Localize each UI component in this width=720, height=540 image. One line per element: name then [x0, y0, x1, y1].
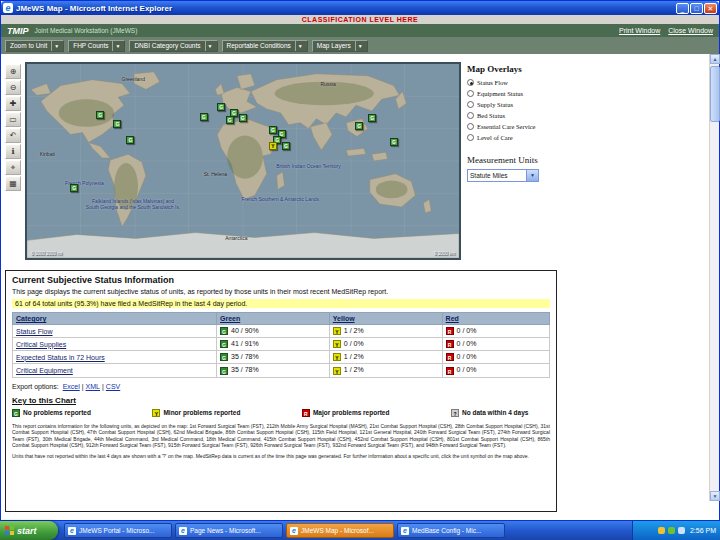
toolbar-dropdown-button[interactable]: Zoom to Unit ▼ [5, 40, 64, 52]
unit-status-marker[interactable]: G [368, 114, 376, 122]
scroll-thumb[interactable] [710, 66, 720, 122]
overlay-option[interactable]: Level of Care [467, 134, 551, 141]
full-extent-button[interactable]: ▭ [5, 112, 21, 127]
export-csv-link[interactable]: CSV [106, 383, 120, 390]
radio-icon[interactable] [467, 79, 474, 86]
red-header[interactable]: Red [442, 313, 549, 325]
unit-status-marker[interactable]: G [126, 136, 134, 144]
map-scale-left: 0 1000 2000 mi [31, 251, 62, 256]
green-cell: G40 / 90% [217, 325, 330, 338]
task-button[interactable]: e JMeWS Portal - Microso... [64, 523, 172, 538]
map-label: Greenland [122, 76, 145, 82]
world-map[interactable]: Greenland Russia Kiribati French Polynes… [27, 64, 459, 258]
green-header[interactable]: Green [217, 313, 330, 325]
map-overlays-title: Map Overlays [467, 64, 551, 74]
measure-button[interactable]: ⌖ [5, 160, 21, 175]
task-button[interactable]: e MedBase Config - Mic... [397, 523, 505, 538]
start-button[interactable]: start [0, 521, 58, 540]
toolbar-dropdown-button[interactable]: Map Layers ▼ [312, 40, 368, 52]
legend-chip-icon: G [12, 409, 20, 417]
zoom-out-button[interactable]: ⊖ [5, 80, 21, 95]
print-window-link[interactable]: Print Window [619, 27, 660, 34]
green-value: 40 / 90% [231, 327, 259, 334]
yellow-value: 1 / 2% [344, 366, 364, 373]
pan-button[interactable]: ✚ [5, 96, 21, 111]
radio-icon[interactable] [467, 112, 474, 119]
radio-icon[interactable] [467, 101, 474, 108]
ie-icon: e [179, 527, 187, 535]
security-shield-icon[interactable] [658, 527, 665, 534]
measurement-units-title: Measurement Units [467, 155, 551, 165]
export-excel-link[interactable]: Excel [63, 383, 80, 390]
volume-icon[interactable] [678, 527, 685, 534]
map-toolbar: Zoom to Unit ▼ FHP Counts ▼ DNBI Categor… [1, 37, 719, 54]
close-window-link[interactable]: Close Window [668, 27, 713, 34]
overlay-option[interactable]: Supply Status [467, 101, 551, 108]
footnote-note: Units that have not reported within the … [12, 453, 550, 460]
export-xml-link[interactable]: XML [86, 383, 100, 390]
toolbar-dropdown-button[interactable]: FHP Counts ▼ [68, 40, 125, 52]
radio-icon[interactable] [467, 123, 474, 130]
unit-status-marker[interactable]: G [226, 116, 234, 124]
unit-status-marker[interactable]: G [200, 113, 208, 121]
task-button[interactable]: e JMeWS Map - Microsof... [286, 523, 394, 538]
taskbar: start e JMeWS Portal - Microso... e Page… [0, 521, 720, 540]
overlay-option-label: Essential Care Service [477, 123, 535, 130]
unit-status-marker[interactable]: G [390, 138, 398, 146]
toolbar-dropdown-button[interactable]: DNBI Category Counts ▼ [129, 40, 217, 52]
overlay-option[interactable]: Essential Care Service [467, 123, 551, 130]
back-extent-button[interactable]: ↶ [5, 128, 21, 143]
unit-status-marker[interactable]: G [239, 114, 247, 122]
unit-status-marker[interactable]: G [282, 142, 290, 150]
green-value: 41 / 91% [231, 340, 259, 347]
yellow-header[interactable]: Yellow [329, 313, 442, 325]
unit-status-marker[interactable]: G [217, 103, 225, 111]
yellow-chip-icon: Y [333, 340, 341, 348]
scroll-up-button[interactable]: ▲ [710, 54, 720, 64]
category-link[interactable]: Status Flow [16, 328, 53, 335]
unit-status-marker[interactable]: G [70, 184, 78, 192]
red-cell: R0 / 0% [442, 325, 549, 338]
task-button-label: JMeWS Map - Microsof... [301, 527, 374, 534]
category-link[interactable]: Expected Status in 72 Hours [16, 354, 105, 361]
vertical-scrollbar[interactable]: ▲ ▼ [709, 54, 719, 501]
red-chip-icon: R [446, 327, 454, 335]
unit-status-marker[interactable]: G [269, 126, 277, 134]
measurement-units-select[interactable]: Statute Miles ▼ [467, 169, 539, 182]
clock: 2:56 PM [690, 527, 716, 534]
task-button[interactable]: e Page News - Microsoft... [175, 523, 283, 538]
minimize-button[interactable]: _ [676, 3, 689, 14]
unit-status-marker[interactable]: Y [269, 142, 277, 150]
category-header[interactable]: Category [13, 313, 217, 325]
overlay-option[interactable]: Status Flow [467, 79, 551, 86]
unit-status-marker[interactable]: G [96, 111, 104, 119]
red-cell: R0 / 0% [442, 351, 549, 364]
scroll-down-button[interactable]: ▼ [710, 491, 720, 501]
radio-icon[interactable] [467, 90, 474, 97]
overlay-option[interactable]: Bed Status [467, 112, 551, 119]
identify-button[interactable]: ℹ [5, 144, 21, 159]
zoom-in-button[interactable]: ⊕ [5, 64, 21, 79]
map-label: Falkland Islands (Islas Malvinas) and So… [86, 198, 181, 210]
radio-icon[interactable] [467, 134, 474, 141]
toolbar-dropdown-button[interactable]: Reportable Conditions ▼ [222, 40, 308, 52]
layers-button[interactable]: ▦ [5, 176, 21, 191]
unit-status-marker[interactable]: G [355, 122, 363, 130]
map-frame: Greenland Russia Kiribati French Polynes… [25, 62, 461, 260]
system-tray: 2:56 PM [632, 521, 720, 540]
unit-status-marker[interactable]: G [113, 120, 121, 128]
yellow-cell: Y0 / 0% [329, 338, 442, 351]
close-button[interactable]: ✕ [704, 3, 717, 14]
tmip-logo: TMIP [7, 26, 29, 36]
category-link[interactable]: Critical Supplies [16, 341, 66, 348]
legend-item: Y Minor problems reported [152, 409, 240, 417]
green-cell: G41 / 91% [217, 338, 330, 351]
maximize-button[interactable]: □ [690, 3, 703, 14]
status-table: Category Green Yellow Red Status Flow [12, 312, 550, 378]
overlay-option[interactable]: Equipment Status [467, 90, 551, 97]
category-link[interactable]: Critical Equipment [16, 367, 73, 374]
chevron-down-icon: ▼ [205, 41, 215, 51]
status-title: Current Subjective Status Information [12, 275, 550, 285]
task-button-label: Page News - Microsoft... [190, 527, 261, 534]
network-icon[interactable] [668, 527, 675, 534]
